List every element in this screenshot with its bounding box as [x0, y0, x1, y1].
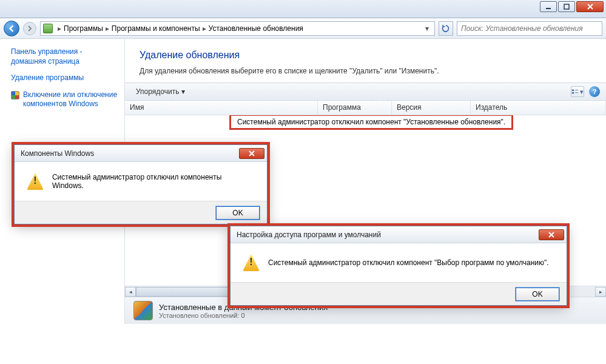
chevron-right-icon: ▸ [203, 24, 206, 33]
column-headers: Имя Программа Версия Издатель [125, 101, 606, 115]
nav-bar: ▸ Программы ▸ Программы и компоненты ▸ У… [0, 18, 606, 39]
dialog-close-button[interactable] [539, 229, 564, 240]
page-subtitle: Для удаления обновления выберите его в с… [140, 67, 591, 75]
dialog-message: Системный администратор отключил компоне… [268, 258, 549, 267]
window-titlebar [0, 0, 606, 18]
organize-label: Упорядочить [136, 87, 179, 96]
disabled-message: Системный администратор отключил компоне… [229, 115, 513, 130]
toolbar: Упорядочить ▾ ▾ ? [125, 83, 606, 101]
chevron-down-icon[interactable]: ▾ [422, 24, 432, 33]
minimize-button[interactable] [540, 1, 557, 12]
dialog-default-programs: Настройка доступа программ и умолчаний С… [230, 226, 567, 306]
scroll-right-button[interactable]: ▸ [595, 287, 606, 297]
forward-button[interactable] [23, 22, 36, 35]
maximize-button[interactable] [558, 1, 575, 12]
dialog-title: Компоненты Windows [21, 149, 94, 158]
updates-icon [133, 301, 153, 320]
chevron-right-icon: ▸ [58, 24, 61, 33]
breadcrumb-item[interactable]: Программы [64, 24, 103, 33]
breadcrumb-item[interactable]: Установленные обновления [209, 24, 303, 33]
search-input[interactable] [457, 21, 602, 36]
back-button[interactable] [4, 21, 19, 36]
column-program[interactable]: Программа [318, 101, 392, 115]
refresh-button[interactable] [439, 21, 453, 36]
warning-icon [243, 254, 260, 271]
sidebar-home-link[interactable]: Панель управления - домашняя страница [11, 47, 118, 66]
help-button[interactable]: ? [589, 86, 600, 97]
dialog-close-button[interactable] [239, 148, 264, 159]
column-version[interactable]: Версия [392, 101, 471, 115]
sidebar-uninstall-link[interactable]: Удаление программы [11, 73, 118, 83]
column-name[interactable]: Имя [125, 101, 318, 115]
shield-icon [11, 91, 19, 99]
ok-button[interactable]: OK [516, 288, 559, 301]
svg-rect-4 [572, 90, 574, 92]
chevron-down-icon: ▾ [580, 88, 584, 96]
sidebar-features-link[interactable]: Включение или отключение компонентов Win… [11, 90, 118, 109]
dialog-titlebar[interactable]: Компоненты Windows [15, 145, 267, 162]
ok-button[interactable]: OK [216, 206, 260, 220]
sidebar-item-label: Включение или отключение компонентов Win… [23, 90, 118, 109]
view-button[interactable]: ▾ [571, 86, 584, 97]
programs-icon [43, 24, 53, 33]
status-count: Установлено обновлений: 0 [159, 312, 328, 319]
dialog-title: Настройка доступа программ и умолчаний [237, 231, 381, 239]
chevron-down-icon: ▾ [181, 87, 185, 96]
breadcrumb-item[interactable]: Программы и компоненты [112, 24, 200, 33]
dialog-windows-features: Компоненты Windows Системный администрат… [14, 144, 268, 224]
dialog-titlebar[interactable]: Настройка доступа программ и умолчаний [231, 226, 567, 243]
warning-icon [27, 173, 44, 190]
chevron-right-icon: ▸ [106, 24, 109, 33]
svg-rect-5 [572, 92, 574, 94]
page-title: Удаление обновления [140, 50, 591, 61]
dialog-message: Системный администратор отключил компоне… [52, 173, 255, 190]
close-button[interactable] [576, 1, 604, 12]
svg-rect-1 [564, 4, 569, 9]
breadcrumb[interactable]: ▸ Программы ▸ Программы и компоненты ▸ У… [40, 21, 435, 36]
organize-button[interactable]: Упорядочить ▾ [131, 85, 190, 98]
column-publisher[interactable]: Издатель [471, 101, 606, 115]
scroll-left-button[interactable]: ◂ [125, 287, 136, 297]
